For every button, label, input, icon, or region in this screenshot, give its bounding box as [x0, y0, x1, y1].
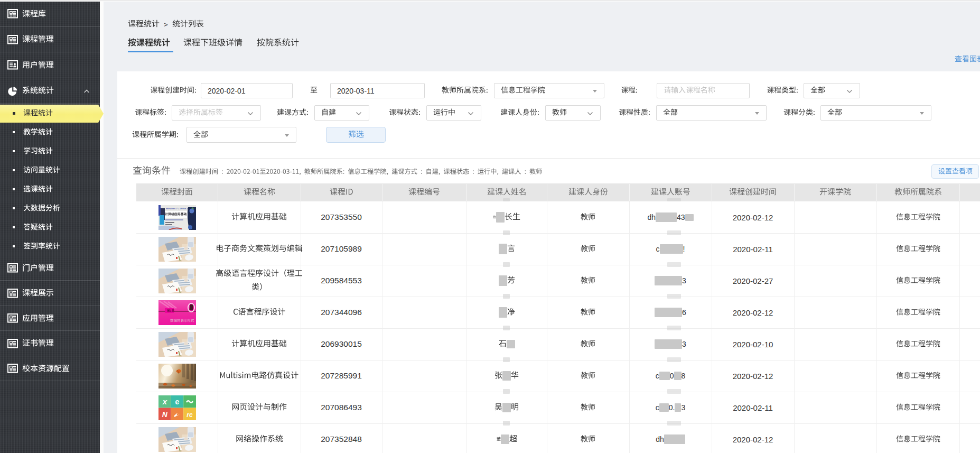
svg-text:rc: rc: [186, 411, 193, 419]
svg-text:e: e: [175, 397, 179, 406]
svg-text:x: x: [162, 397, 167, 406]
svg-text:N: N: [162, 410, 167, 419]
